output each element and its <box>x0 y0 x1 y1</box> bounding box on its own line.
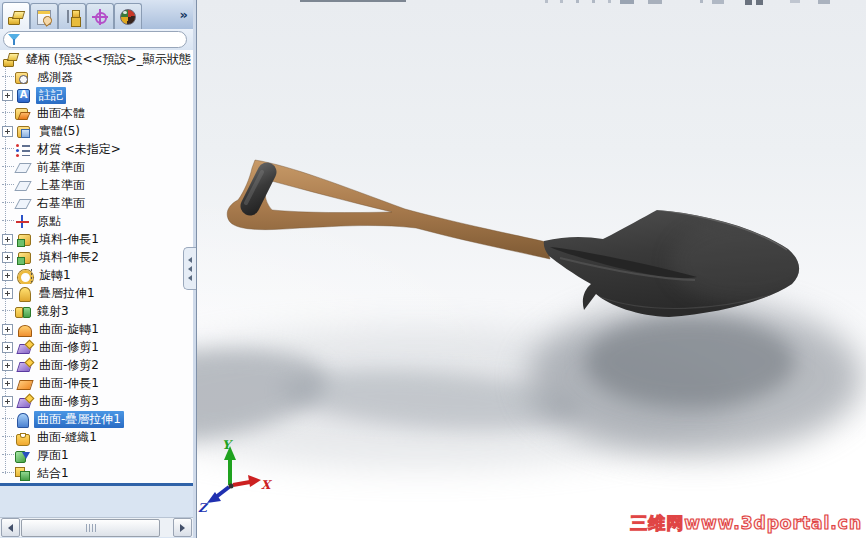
tree-item[interactable]: 曲面-修剪2 <box>0 356 193 374</box>
thicken-icon <box>14 448 31 463</box>
watermark: 三维网www.3dportal.cn <box>630 512 862 535</box>
scroll-right-button[interactable] <box>173 518 192 537</box>
scroll-right-icon <box>180 524 185 532</box>
x-axis-label: X <box>261 478 273 492</box>
scroll-left-button[interactable] <box>1 518 20 537</box>
tree-item-label: 材質 <未指定> <box>34 141 124 158</box>
panel-tab-bar: » <box>0 0 193 30</box>
expand-toggle[interactable] <box>2 252 13 263</box>
propertymanager-icon <box>35 8 53 26</box>
expand-toggle[interactable] <box>2 378 13 389</box>
surface-knit-icon <box>14 430 31 445</box>
tab-dimxpertmanager[interactable] <box>86 3 114 29</box>
tree-item[interactable]: 曲面-縫織1 <box>0 428 193 446</box>
collapse-arrow-icon <box>188 257 192 263</box>
tree-item-label: 曲面-伸長1 <box>36 375 102 392</box>
tree-item-label: 右基準面 <box>34 195 88 212</box>
tree-item[interactable]: 前基準面 <box>0 158 193 176</box>
tree-item[interactable]: 厚面1 <box>0 446 193 464</box>
surface-trim-icon <box>16 358 33 373</box>
panel-hscrollbar[interactable] <box>0 517 193 537</box>
annotations-icon <box>16 88 33 103</box>
tree-guide-stub <box>2 184 14 186</box>
tree-root-item[interactable]: 鏟柄 (預設<<預設>_顯示狀態 <box>0 50 193 68</box>
filter-box[interactable] <box>3 31 187 48</box>
mirror-icon <box>14 304 31 319</box>
tree-item-label: 厚面1 <box>34 447 72 464</box>
tree-guide-stub <box>2 472 14 474</box>
tree-item[interactable]: 註記 <box>0 86 193 104</box>
tree-item-label: 曲面-旋轉1 <box>36 321 102 338</box>
expand-toggle[interactable] <box>2 342 13 353</box>
tree-guide-stub <box>2 220 14 222</box>
collapse-arrow-icon <box>188 266 192 272</box>
tree-item[interactable]: 曲面-旋轉1 <box>0 320 193 338</box>
tree-item[interactable]: 感測器 <box>0 68 193 86</box>
tree-item[interactable]: 曲面本體 <box>0 104 193 122</box>
expand-toggle[interactable] <box>2 360 13 371</box>
tab-configurationmanager[interactable] <box>58 3 86 29</box>
tree-item[interactable]: 疊層拉伸1 <box>0 284 193 302</box>
tab-overflow-button[interactable]: » <box>180 7 188 22</box>
tree-item[interactable]: 曲面-修剪1 <box>0 338 193 356</box>
tree-item-label: 鏡射3 <box>34 303 72 320</box>
tree-item-label: 曲面-修剪1 <box>36 339 102 356</box>
plane-icon <box>14 160 31 175</box>
tree-item[interactable]: 曲面-伸長1 <box>0 374 193 392</box>
tree-item-label: 填料-伸長2 <box>36 249 102 266</box>
tree-item-label: 實體(5) <box>36 123 83 140</box>
filter-input[interactable] <box>20 33 186 47</box>
tree-guide-stub <box>2 454 14 456</box>
tree-item[interactable]: 結合1 <box>0 464 193 482</box>
collapse-arrow-icon <box>188 275 192 281</box>
expand-toggle[interactable] <box>2 234 13 245</box>
expand-toggle[interactable] <box>2 396 13 407</box>
surface-extrude-icon <box>16 376 33 391</box>
tree-item-label: 曲面本體 <box>34 105 88 122</box>
tree-guide-stub <box>2 436 14 438</box>
scroll-thumb[interactable] <box>21 519 160 537</box>
tree-item[interactable]: 旋轉1 <box>0 266 193 284</box>
expand-toggle[interactable] <box>2 288 13 299</box>
tree-item[interactable]: 曲面-修剪3 <box>0 392 193 410</box>
panel-collapse-handle[interactable] <box>183 247 196 290</box>
feature-manager-panel: » 鏟柄 (預設<<預設>_顯示狀態感測器註記曲面本體實體(5)材質 <未指定>… <box>0 0 197 538</box>
expand-toggle[interactable] <box>2 90 13 101</box>
tree-item-label: 註記 <box>36 87 66 104</box>
tab-propertymanager[interactable] <box>30 3 58 29</box>
scroll-left-icon <box>8 524 13 532</box>
tree-item-label: 曲面-疊層拉伸1 <box>34 411 124 428</box>
dimxpertmanager-icon <box>91 8 109 26</box>
tree-item[interactable]: 上基準面 <box>0 176 193 194</box>
tree-item[interactable]: 鏡射3 <box>0 302 193 320</box>
tree-item[interactable]: 填料-伸長2 <box>0 248 193 266</box>
z-axis-label: Z <box>198 501 209 515</box>
tree-item[interactable]: 填料-伸長1 <box>0 230 193 248</box>
tree-item[interactable]: 材質 <未指定> <box>0 140 193 158</box>
expand-toggle[interactable] <box>2 270 13 281</box>
tree-item[interactable]: 右基準面 <box>0 194 193 212</box>
tree-item[interactable]: 實體(5) <box>0 122 193 140</box>
tab-displaymanager[interactable] <box>114 3 142 29</box>
revolve-icon <box>16 268 33 283</box>
feature-tree-rows: 鏟柄 (預設<<預設>_顯示狀態感測器註記曲面本體實體(5)材質 <未指定>前基… <box>0 50 193 482</box>
expand-toggle[interactable] <box>2 324 13 335</box>
tree-item-label: 原點 <box>34 213 64 230</box>
filter-row <box>0 29 193 50</box>
tree-guide-stub <box>2 76 14 78</box>
surface-trim-icon <box>16 394 33 409</box>
surface-bodies-icon <box>14 106 31 121</box>
tree-item-label: 曲面-縫織1 <box>34 429 100 446</box>
tree-item[interactable]: 曲面-疊層拉伸1 <box>0 410 193 428</box>
filter-funnel-icon <box>8 33 20 46</box>
sensors-icon <box>14 70 31 85</box>
tree-item-label: 曲面-修剪2 <box>36 357 102 374</box>
tree-item[interactable]: 原點 <box>0 212 193 230</box>
tree-item-label: 曲面-修剪3 <box>36 393 102 410</box>
tab-featuremanager[interactable] <box>2 2 30 30</box>
featuremanager-icon <box>7 8 25 26</box>
tree-guide-stub <box>2 166 14 168</box>
expand-toggle[interactable] <box>2 126 13 137</box>
scroll-track[interactable] <box>21 519 172 536</box>
plane-icon <box>14 178 31 193</box>
